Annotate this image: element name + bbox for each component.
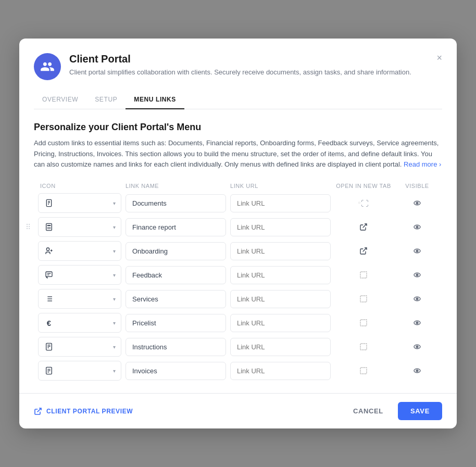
visible-toggle-onboarding[interactable] [396, 245, 438, 257]
eye-icon-documents[interactable] [411, 197, 423, 209]
link-url-input-pricelist[interactable] [230, 314, 331, 332]
external-link-icon [34, 407, 42, 415]
open-tab-toggle-feedback[interactable] [335, 270, 392, 280]
link-name-input-invoices[interactable] [126, 362, 226, 380]
icon-selector-services[interactable]: ▾ [38, 289, 121, 309]
svg-rect-4 [359, 202, 360, 204]
icon-selector-onboarding[interactable]: ▾ [38, 241, 121, 261]
link-name-input-finance[interactable] [126, 218, 226, 236]
chevron-down-icon: ▾ [113, 200, 116, 206]
icon-selector-instructions[interactable]: ▾ [38, 337, 121, 357]
link-url-input-finance[interactable] [230, 218, 331, 236]
visible-toggle-invoices[interactable] [396, 365, 438, 376]
chevron-down-icon: ▾ [113, 344, 116, 350]
eye-icon-onboarding[interactable] [411, 245, 423, 257]
visible-toggle-documents[interactable] [396, 197, 438, 209]
preview-link[interactable]: CLIENT PORTAL PREVIEW [34, 407, 133, 415]
svg-rect-15 [49, 229, 51, 229]
chevron-down-icon: ▾ [113, 368, 116, 374]
close-button[interactable]: × [434, 51, 444, 65]
link-name-input-documents[interactable] [126, 194, 226, 212]
chevron-down-icon: ▾ [113, 224, 116, 230]
open-tab-toggle-invoices[interactable] [335, 365, 392, 376]
svg-point-19 [46, 248, 49, 250]
svg-point-56 [416, 370, 418, 372]
svg-point-42 [416, 322, 418, 324]
visible-toggle-pricelist[interactable] [396, 317, 438, 329]
visible-toggle-services[interactable] [396, 293, 438, 305]
visible-toggle-feedback[interactable] [396, 269, 438, 281]
link-url-input-instructions[interactable] [230, 338, 331, 356]
table-row: € ▾ [34, 313, 442, 333]
link-url-input-feedback[interactable] [230, 266, 331, 284]
icon-selector-finance[interactable]: ▾ [38, 217, 121, 237]
cancel-button[interactable]: CANCEL [345, 402, 392, 420]
open-new-tab-icon-finance[interactable] [358, 222, 369, 232]
modal-overlay: Client Portal Client portal simplifies c… [0, 0, 476, 467]
icon-selector-feedback[interactable]: ▾ [38, 265, 121, 285]
svg-point-24 [416, 250, 418, 252]
eye-icon-feedback[interactable] [411, 269, 423, 281]
visible-toggle-finance[interactable] [396, 221, 438, 233]
table-row: ⠿ ▾ [34, 217, 442, 237]
read-more-link[interactable]: Read more › [404, 160, 441, 168]
visible-toggle-instructions[interactable] [396, 341, 438, 352]
icon-selector-pricelist[interactable]: € ▾ [38, 313, 121, 333]
svg-line-57 [37, 408, 41, 412]
svg-rect-28 [360, 272, 367, 278]
open-tab-toggle-onboarding[interactable] [335, 246, 392, 256]
open-new-tab-icon-invoices[interactable] [358, 365, 369, 376]
open-tab-toggle-pricelist[interactable] [335, 318, 392, 328]
col-open-tab-header: Open in new tab [335, 183, 392, 189]
icon-selector-invoices[interactable]: ▾ [38, 361, 121, 381]
open-new-tab-icon-documents[interactable]: ⛶ [358, 198, 369, 208]
open-new-tab-icon-onboarding[interactable] [358, 246, 369, 256]
person-add-icon [44, 246, 54, 256]
save-button[interactable]: SAVE [398, 402, 442, 420]
eye-icon-services[interactable] [411, 293, 423, 305]
svg-line-16 [363, 224, 367, 228]
link-name-input-pricelist[interactable] [126, 314, 226, 332]
open-new-tab-icon-pricelist[interactable] [358, 318, 369, 328]
open-tab-toggle-services[interactable] [335, 294, 392, 304]
svg-rect-25 [46, 272, 52, 276]
open-new-tab-icon-instructions[interactable] [358, 342, 369, 352]
tab-menu-links[interactable]: MENU LINKS [126, 91, 184, 109]
link-url-input-invoices[interactable] [230, 362, 331, 380]
modal: Client Portal Client portal simplifies c… [19, 39, 457, 428]
table-row: ▾ [34, 241, 442, 261]
open-tab-toggle-documents[interactable]: ⛶ [335, 198, 392, 208]
link-name-input-onboarding[interactable] [126, 242, 226, 260]
svg-rect-47 [360, 344, 367, 350]
eye-icon-instructions[interactable] [411, 341, 423, 352]
icon-selector-documents[interactable]: ▾ [38, 193, 121, 213]
modal-body: Personalize your Client Portal's Menu Ad… [19, 109, 457, 393]
open-tab-toggle-finance[interactable] [335, 222, 392, 232]
chevron-down-icon: ▾ [113, 272, 116, 278]
tab-setup[interactable]: SETUP [86, 91, 126, 109]
table-row: ▾ [34, 361, 442, 381]
link-name-input-services[interactable] [126, 290, 226, 308]
drag-handle[interactable]: ⠿ [26, 223, 31, 231]
eye-icon-pricelist[interactable] [411, 317, 423, 329]
client-portal-icon [40, 59, 55, 74]
link-url-input-documents[interactable] [230, 194, 331, 212]
menu-rows: ▾ ⛶ [34, 193, 442, 381]
eye-icon-finance[interactable] [411, 221, 423, 233]
open-new-tab-icon-feedback[interactable] [358, 270, 369, 280]
svg-rect-13 [47, 229, 48, 229]
section-desc: Add custom links to essential items such… [34, 138, 442, 170]
euro-icon: € [44, 318, 54, 328]
svg-point-39 [416, 298, 418, 300]
link-url-input-onboarding[interactable] [230, 242, 331, 260]
link-name-input-instructions[interactable] [126, 338, 226, 356]
tab-overview[interactable]: OVERVIEW [34, 91, 86, 109]
eye-icon-invoices[interactable] [411, 365, 423, 376]
link-name-input-feedback[interactable] [126, 266, 226, 284]
chevron-down-icon: ▾ [113, 248, 116, 254]
open-new-tab-icon-services[interactable] [358, 294, 369, 304]
col-link-url-header: Link URL [230, 183, 331, 189]
open-tab-toggle-instructions[interactable] [335, 342, 392, 352]
link-url-input-services[interactable] [230, 290, 331, 308]
svg-rect-10 [47, 227, 48, 228]
